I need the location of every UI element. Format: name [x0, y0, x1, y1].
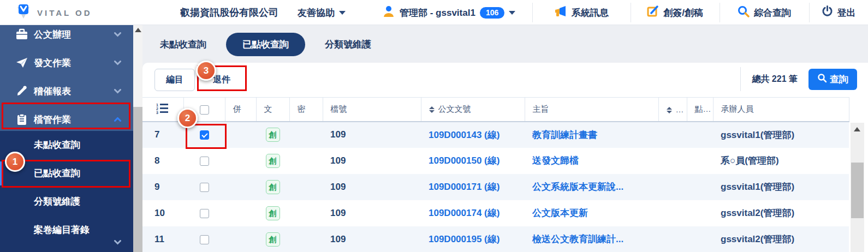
- document-number-link[interactable]: 109D000171 (線): [421, 174, 525, 200]
- svg-text:2: 2: [156, 107, 158, 111]
- created-doc-badge: 創: [266, 232, 280, 247]
- sidebar-item-document-handling[interactable]: 公文辦理: [0, 25, 133, 49]
- column-header-truncated-sort[interactable]: …: [658, 98, 687, 122]
- nav-global-search[interactable]: 綜合查詢: [720, 0, 809, 25]
- sidebar-item-label: 公文辦理: [34, 28, 71, 41]
- submenu-item-case-cataloging[interactable]: 案卷編目著錄: [0, 216, 133, 244]
- row-checkbox[interactable]: [200, 183, 209, 192]
- handler-name: gssvital1(管理部): [713, 122, 849, 148]
- submenu-item-label: 案卷編目著錄: [34, 225, 90, 235]
- scroll-up-arrow-icon[interactable]: [135, 28, 141, 32]
- handler-name: gssvital1(管理部): [713, 174, 849, 200]
- sidebar-item-outgoing-documents[interactable]: 發文作業: [0, 49, 133, 77]
- file-number: 109: [323, 122, 421, 148]
- help-menu[interactable]: 友善協助: [298, 0, 346, 25]
- column-header-subject: 主旨: [525, 98, 658, 122]
- user-label: 管理部 - gssvital1: [400, 7, 475, 19]
- table-row: 10 創 109 109D000174 (線) 公文版本更新 gssvital2…: [142, 200, 849, 226]
- scrollbar-thumb[interactable]: [851, 163, 864, 218]
- created-doc-badge: 創: [266, 128, 280, 142]
- created-doc-badge: 創: [266, 154, 280, 168]
- document-number-link[interactable]: 109D000150 (線): [421, 148, 525, 174]
- tab-received-query[interactable]: 已點收查詢: [226, 33, 305, 56]
- handler-name: 系○員(管理部): [713, 148, 849, 174]
- nav-system-messages[interactable]: 系統訊息: [532, 0, 631, 25]
- sidebar-item-file-management[interactable]: 檔管作業: [0, 105, 133, 134]
- column-header-doc: 文: [256, 98, 289, 122]
- sidebar-scrollbar[interactable]: [133, 25, 142, 252]
- table-scrollbar[interactable]: [851, 123, 864, 252]
- subject-link[interactable]: 送發文歸檔: [525, 148, 658, 174]
- sidebar-item-audit-reports[interactable]: 稽催報表: [0, 77, 133, 105]
- column-header-doc-no[interactable]: 公文文號: [421, 98, 525, 122]
- user-icon: [382, 5, 395, 21]
- chevron-down-icon: [114, 29, 121, 40]
- row-checkbox[interactable]: [200, 209, 209, 218]
- annotation-step-1-badge: 1: [5, 152, 25, 172]
- query-button[interactable]: 查詢: [808, 69, 857, 90]
- column-header-file-no: 檔號: [323, 98, 421, 122]
- document-number-link[interactable]: 109D000195 (線): [421, 226, 525, 252]
- file-number: 109: [323, 200, 421, 226]
- nav-label: 創簽/創稿: [663, 7, 703, 19]
- file-number: 109: [323, 174, 421, 200]
- total-count-label: 總共 221 筆: [752, 74, 798, 85]
- submenu-item-classification-maintenance[interactable]: 分類號維護: [0, 188, 133, 216]
- document-number-link[interactable]: 109D000174 (線): [421, 200, 525, 226]
- table-row: 8 創 109 109D000150 (線) 送發文歸檔 系○員(管理部): [142, 148, 849, 174]
- table-row: 9 創 109 109D000171 (線) 公文系統版本更新說... gssv…: [142, 174, 849, 200]
- nav-logout[interactable]: 登出: [809, 0, 868, 25]
- logo-text: VITAL OD: [37, 8, 92, 17]
- subject-link[interactable]: 公文版本更新: [525, 200, 658, 226]
- subject-link[interactable]: 教育訓練計畫書: [525, 122, 658, 148]
- row-number: 8: [142, 148, 183, 174]
- marker-pen-icon: [15, 85, 28, 98]
- row-checkbox[interactable]: [200, 235, 209, 244]
- subject-link[interactable]: 檢送公文教育訓練計...: [525, 226, 658, 252]
- row-number: 10: [142, 200, 183, 226]
- megaphone-icon: [554, 5, 567, 20]
- content-card: 編目 退件 總共 221 筆 查詢: [142, 63, 868, 252]
- query-button-label: 查詢: [830, 73, 848, 86]
- sort-icon[interactable]: [667, 107, 672, 113]
- row-number: 9: [142, 174, 183, 200]
- column-header-merge: 併: [225, 98, 256, 122]
- sort-icon[interactable]: [429, 106, 435, 113]
- company-name: 叡揚資訊股份有限公司: [180, 0, 278, 25]
- user-menu[interactable]: 管理部 - gssvital1 106: [382, 0, 515, 25]
- row-checkbox[interactable]: [200, 130, 209, 140]
- file-number: 109: [323, 148, 421, 174]
- sidebar-submenu-file-management: 未點收查詢 已點收查詢 分類號維護 案卷編目著錄: [0, 131, 133, 252]
- select-all-checkbox[interactable]: [200, 105, 209, 115]
- subject-link[interactable]: 公文系統版本更新說...: [525, 174, 658, 200]
- chevron-down-icon: [114, 228, 121, 252]
- annotation-step-3-badge: 3: [196, 61, 216, 81]
- row-checkbox[interactable]: [200, 157, 209, 166]
- numbered-list-icon: 1 2 3: [156, 107, 169, 116]
- scroll-up-arrow-icon[interactable]: [854, 127, 860, 131]
- table-row: 7 創 109 109D000143 (線) 教育訓練計畫書 gssvital1…: [142, 122, 849, 148]
- help-menu-label: 友善協助: [298, 7, 335, 19]
- tab-unreceived-query[interactable]: 未點收查詢: [159, 33, 207, 56]
- scrollbar-thumb[interactable]: [133, 107, 142, 252]
- handler-name: gssvital2(管理部): [713, 226, 849, 252]
- column-header-label: 公文文號: [438, 104, 471, 113]
- tab-bar: 未點收查詢 已點收查詢 分類號維護: [159, 33, 372, 56]
- nav-create-draft[interactable]: 創簽/創稿: [631, 0, 720, 25]
- top-bar: VITAL OD 叡揚資訊股份有限公司 友善協助 管理部 - gssvital1…: [0, 0, 868, 25]
- document-number-link[interactable]: 109D000143 (線): [421, 122, 525, 148]
- compose-icon: [647, 5, 659, 20]
- created-doc-badge: 創: [266, 180, 280, 194]
- chevron-up-icon: [114, 114, 121, 125]
- chevron-down-icon: [114, 86, 121, 97]
- catalog-button[interactable]: 編目: [154, 69, 195, 91]
- power-icon: [822, 5, 833, 20]
- sidebar-item-label: 檔管作業: [34, 113, 71, 126]
- column-header-secret: 密: [289, 98, 323, 122]
- paper-plane-icon: [15, 56, 28, 69]
- svg-text:1: 1: [156, 103, 158, 107]
- column-header-handler: 承辦人員: [713, 98, 849, 122]
- column-header-truncated-receive: 點…: [687, 98, 713, 122]
- sidebar-item-label: 發文作業: [34, 57, 71, 69]
- tab-classification-maintenance[interactable]: 分類號維護: [324, 33, 372, 56]
